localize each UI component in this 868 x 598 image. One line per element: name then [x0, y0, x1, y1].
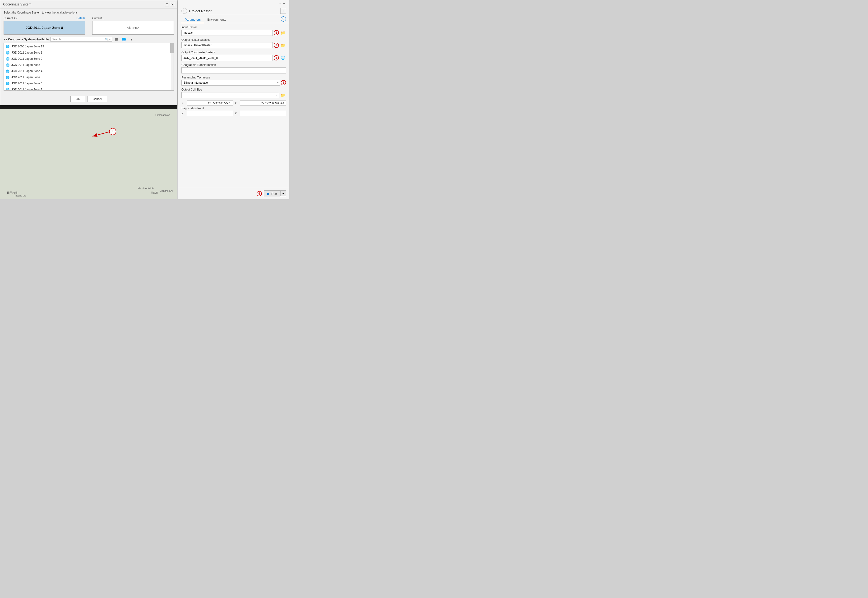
current-xy-label: Current XY: [3, 16, 18, 20]
current-z-label: Current Z: [92, 16, 104, 20]
list-item[interactable]: 🌐 JGD 2011 Japan Zone 7: [4, 87, 174, 91]
resampling-select[interactable]: Bilinear interpolation Nearest neighbor …: [181, 80, 280, 85]
close-button[interactable]: ✕: [170, 2, 174, 6]
list-item-label: JGD 2000 Japan Zone 19: [11, 45, 44, 48]
dialog-title: Coordinate System: [3, 2, 31, 6]
list-item-label: JGD 2011 Japan Zone 4: [11, 69, 42, 73]
xy-values-row: X Y: [181, 100, 286, 106]
xy-available-header: XY Coordinate Systems Available 🔍 ▼ ▦ 🌐 …: [3, 37, 174, 42]
run-dropdown-button[interactable]: ▼: [280, 191, 286, 196]
list-item-label: JGD 2011 Japan Zone 6: [11, 82, 42, 85]
globe-button[interactable]: 🌐: [121, 37, 127, 42]
search-dropdown-button[interactable]: ▼: [109, 38, 111, 41]
output-raster-input[interactable]: [181, 42, 273, 48]
badge-6: 6: [256, 191, 262, 196]
y-input[interactable]: [240, 100, 286, 106]
list-item[interactable]: 🌐 JGD 2011 Japan Zone 1: [4, 49, 174, 56]
minimize-button[interactable]: ☐: [165, 2, 169, 6]
pin-button[interactable]: ⌄: [278, 1, 282, 6]
badge-3: 3: [274, 55, 279, 60]
tab-environments[interactable]: Environments: [204, 16, 229, 23]
gp-top-close-button[interactable]: +: [282, 1, 286, 6]
list-item[interactable]: 🌐 JGD 2011 Japan Zone 4: [4, 68, 174, 74]
search-input[interactable]: [52, 38, 105, 41]
cancel-button[interactable]: Cancel: [87, 96, 107, 102]
run-button-group: ▶ Run ▼: [264, 190, 286, 197]
output-raster-row: 2 📁: [181, 42, 286, 48]
geo-transform-input[interactable]: [181, 67, 286, 73]
gp-tool-title: Project Raster: [189, 9, 211, 13]
input-raster-folder-button[interactable]: 📁: [280, 30, 286, 36]
resampling-select-wrapper: Bilinear interpolation Nearest neighbor …: [181, 80, 280, 85]
list-item-label: JGD 2011 Japan Zone 1: [11, 51, 42, 54]
output-coord-group: Output Coordinate System 3 🌐: [181, 51, 286, 61]
gp-header-controls: +: [280, 8, 286, 14]
list-item-label: JGD 2011 Japan Zone 3: [11, 63, 42, 67]
list-item[interactable]: 🌐 JGD 2011 Japan Zone 3: [4, 62, 174, 68]
output-cell-row: 📁: [181, 92, 286, 98]
globe-icon: 🌐: [6, 75, 9, 79]
output-coord-globe-button[interactable]: 🌐: [280, 55, 286, 61]
output-cell-label: Output Cell Size: [181, 88, 286, 91]
gp-title-row: ← Project Raster: [181, 8, 211, 14]
search-box: 🔍 ▼: [51, 37, 112, 42]
resampling-group: Resampling Technique Bilinear interpolat…: [181, 76, 286, 85]
back-button[interactable]: ←: [181, 8, 187, 14]
output-cell-folder-button[interactable]: 📁: [280, 92, 286, 98]
current-z-col: Current Z <None>: [92, 16, 174, 34]
globe-icon: 🌐: [6, 45, 9, 48]
ok-button[interactable]: OK: [70, 96, 85, 102]
list-item[interactable]: 🌐 JGD 2011 Japan Zone 6: [4, 80, 174, 87]
gp-top-bar: ⌄ +: [178, 0, 289, 6]
reg-x-input[interactable]: [187, 111, 233, 116]
output-cell-select[interactable]: [181, 92, 279, 98]
globe-icon: 🌐: [6, 88, 9, 91]
globe-icon: 🌐: [6, 69, 9, 73]
globe-icon: 🌐: [6, 57, 9, 61]
help-button[interactable]: ?: [281, 16, 286, 22]
run-play-icon: ▶: [267, 192, 270, 196]
dialog-body: Select the Coordinate System to view the…: [0, 9, 177, 93]
coord-current-row: Current XY Details JGD 2011 Japan Zone 8…: [3, 16, 174, 34]
scrollbar-thumb[interactable]: [170, 43, 174, 53]
reg-point-group: Registration Point X Y: [181, 107, 286, 116]
filter-button[interactable]: ▦: [114, 37, 119, 42]
output-coord-input[interactable]: [181, 55, 273, 61]
details-link[interactable]: Details: [76, 16, 85, 20]
output-coord-row: 3 🌐: [181, 55, 286, 61]
badge-2: 2: [274, 43, 279, 48]
list-item[interactable]: 🌐 JGD 2011 Japan Zone 2: [4, 56, 174, 62]
xy-label-row: Current XY Details: [3, 16, 85, 20]
globe-icon: 🌐: [6, 82, 9, 85]
run-button[interactable]: ▶ Run: [264, 191, 280, 197]
current-z-value: <None>: [92, 21, 174, 34]
output-raster-label: Output Raster Dataset: [181, 38, 286, 42]
current-xy-col: Current XY Details JGD 2011 Japan Zone 8: [3, 16, 85, 34]
xy-available-title: XY Coordinate Systems Available: [3, 38, 49, 41]
more-button[interactable]: ▼: [129, 37, 134, 42]
list-item-label: JGD 2011 Japan Zone 2: [11, 57, 42, 60]
reg-point-label: Registration Point: [181, 107, 286, 110]
list-item[interactable]: 🌐 JGD 2011 Japan Zone 5: [4, 74, 174, 80]
geo-transform-group: Geographic Transformation: [181, 63, 286, 73]
reg-point-row: X Y: [181, 111, 286, 116]
geoprocessing-panel: ⌄ + ← Project Raster + Parameters Enviro…: [178, 0, 289, 199]
dialog-subtitle: Select the Coordinate System to view the…: [3, 11, 174, 14]
run-label: Run: [271, 192, 277, 196]
coordinate-system-dialog: Coordinate System ☐ ✕ Select the Coordin…: [0, 0, 177, 105]
input-raster-input[interactable]: [181, 30, 273, 36]
input-raster-row: 1 📁: [181, 30, 286, 36]
search-button[interactable]: 🔍: [105, 38, 109, 41]
tab-parameters[interactable]: Parameters: [181, 16, 204, 23]
geo-transform-label: Geographic Transformation: [181, 63, 286, 67]
output-raster-folder-button[interactable]: 📁: [280, 42, 286, 48]
coord-list: 🌐 JGD 2000 Japan Zone 19 🌐 JGD 2011 Japa…: [4, 43, 174, 91]
list-item[interactable]: 🌐 JGD 2000 Japan Zone 19: [4, 43, 174, 49]
x-input[interactable]: [187, 100, 233, 106]
dialog-footer: OK Cancel: [0, 93, 177, 105]
list-item-label: JGD 2011 Japan Zone 7: [11, 88, 42, 91]
gp-body: Input Raster 1 📁 Output Raster Dataset 2…: [178, 23, 289, 188]
gp-tabs: Parameters Environments ?: [178, 15, 289, 23]
reg-y-input[interactable]: [240, 111, 286, 116]
add-button[interactable]: +: [280, 8, 286, 14]
